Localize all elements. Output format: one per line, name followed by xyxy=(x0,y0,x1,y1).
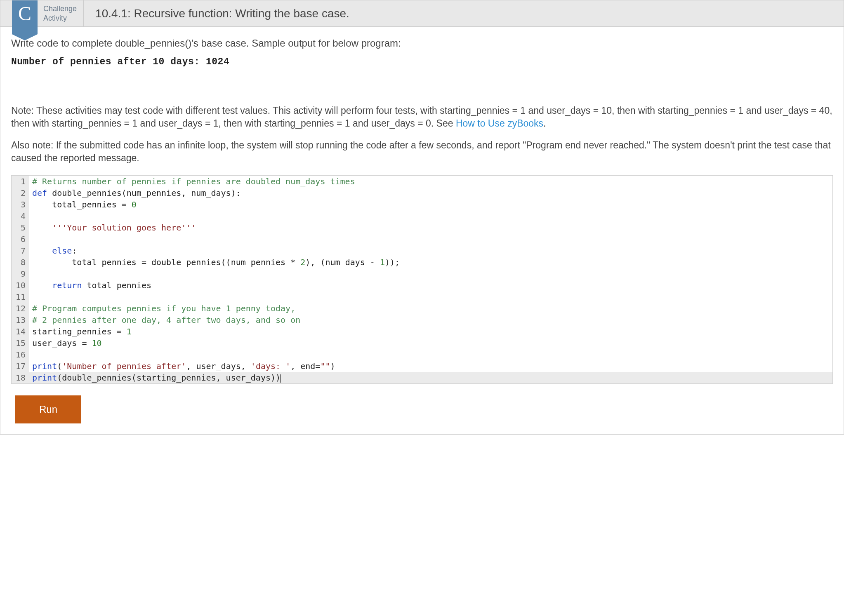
line-number: 18 xyxy=(12,372,29,383)
code-line[interactable]: 5 '''Your solution goes here''' xyxy=(12,222,832,233)
code-line[interactable]: 17print('Number of pennies after', user_… xyxy=(12,360,832,372)
code-line[interactable]: 4 xyxy=(12,210,832,222)
activity-header: C Challenge Activity 10.4.1: Recursive f… xyxy=(0,0,844,27)
code-line[interactable]: 12# Program computes pennies if you have… xyxy=(12,303,832,314)
code-text[interactable]: return total_pennies xyxy=(29,280,832,291)
header-label-line1: Challenge xyxy=(43,4,77,14)
code-text[interactable]: '''Your solution goes here''' xyxy=(29,222,832,233)
line-number: 16 xyxy=(12,349,29,360)
code-text[interactable]: total_pennies = double_pennies((num_penn… xyxy=(29,256,832,268)
line-number: 9 xyxy=(12,268,29,280)
code-text[interactable]: def double_pennies(num_pennies, num_days… xyxy=(29,187,832,199)
code-text[interactable]: print(double_pennies(starting_pennies, u… xyxy=(29,372,832,383)
code-text[interactable]: # Returns number of pennies if pennies a… xyxy=(29,176,832,187)
code-text[interactable] xyxy=(29,268,832,280)
line-number: 2 xyxy=(12,187,29,199)
note-prefix: Note: These activities may test code wit… xyxy=(11,105,832,129)
line-number: 7 xyxy=(12,245,29,256)
note-suffix: . xyxy=(543,118,546,129)
line-number: 5 xyxy=(12,222,29,233)
code-line[interactable]: 9 xyxy=(12,268,832,280)
line-number: 1 xyxy=(12,176,29,187)
also-note-text: Also note: If the submitted code has an … xyxy=(11,139,833,165)
line-number: 10 xyxy=(12,280,29,291)
line-number: 11 xyxy=(12,291,29,303)
code-line[interactable]: 6 xyxy=(12,233,832,245)
code-text[interactable]: else: xyxy=(29,245,832,256)
code-text[interactable] xyxy=(29,233,832,245)
prompt-text: Write code to complete double_pennies()'… xyxy=(11,38,833,49)
header-label-line2: Activity xyxy=(43,14,77,23)
code-line[interactable]: 14starting_pennies = 1 xyxy=(12,326,832,337)
code-line[interactable]: 15user_days = 10 xyxy=(12,337,832,349)
line-number: 13 xyxy=(12,314,29,326)
activity-container: C Challenge Activity 10.4.1: Recursive f… xyxy=(0,0,844,435)
code-line[interactable]: 7 else: xyxy=(12,245,832,256)
sample-output: Number of pennies after 10 days: 1024 xyxy=(11,56,833,67)
code-text[interactable]: user_days = 10 xyxy=(29,337,832,349)
badge-letter: C xyxy=(18,0,31,27)
code-text[interactable] xyxy=(29,210,832,222)
how-to-use-link[interactable]: How to Use zyBooks xyxy=(456,118,543,129)
line-number: 8 xyxy=(12,256,29,268)
activity-title: 10.4.1: Recursive function: Writing the … xyxy=(84,0,349,26)
code-line[interactable]: 10 return total_pennies xyxy=(12,280,832,291)
code-line[interactable]: 2def double_pennies(num_pennies, num_day… xyxy=(12,187,832,199)
code-line[interactable]: 8 total_pennies = double_pennies((num_pe… xyxy=(12,256,832,268)
code-line[interactable]: 16 xyxy=(12,349,832,360)
code-text[interactable]: # 2 pennies after one day, 4 after two d… xyxy=(29,314,832,326)
line-number: 14 xyxy=(12,326,29,337)
code-text[interactable] xyxy=(29,291,832,303)
code-text[interactable]: starting_pennies = 1 xyxy=(29,326,832,337)
code-line[interactable]: 18print(double_pennies(starting_pennies,… xyxy=(12,372,832,383)
line-number: 4 xyxy=(12,210,29,222)
activity-content: Write code to complete double_pennies()'… xyxy=(0,27,844,434)
code-line[interactable]: 13# 2 pennies after one day, 4 after two… xyxy=(12,314,832,326)
code-editor[interactable]: 1# Returns number of pennies if pennies … xyxy=(11,175,833,384)
code-text[interactable]: total_pennies = 0 xyxy=(29,199,832,210)
line-number: 17 xyxy=(12,360,29,372)
challenge-badge: C xyxy=(12,0,38,34)
run-button[interactable]: Run xyxy=(15,395,81,423)
line-number: 3 xyxy=(12,199,29,210)
line-number: 12 xyxy=(12,303,29,314)
code-line[interactable]: 11 xyxy=(12,291,832,303)
line-number: 15 xyxy=(12,337,29,349)
line-number: 6 xyxy=(12,233,29,245)
code-text[interactable] xyxy=(29,349,832,360)
code-line[interactable]: 1# Returns number of pennies if pennies … xyxy=(12,176,832,187)
code-text[interactable]: # Program computes pennies if you have 1… xyxy=(29,303,832,314)
cursor xyxy=(281,374,281,383)
note-text: Note: These activities may test code wit… xyxy=(11,104,833,130)
code-line[interactable]: 3 total_pennies = 0 xyxy=(12,199,832,210)
code-text[interactable]: print('Number of pennies after', user_da… xyxy=(29,360,832,372)
header-label: Challenge Activity xyxy=(38,0,84,26)
